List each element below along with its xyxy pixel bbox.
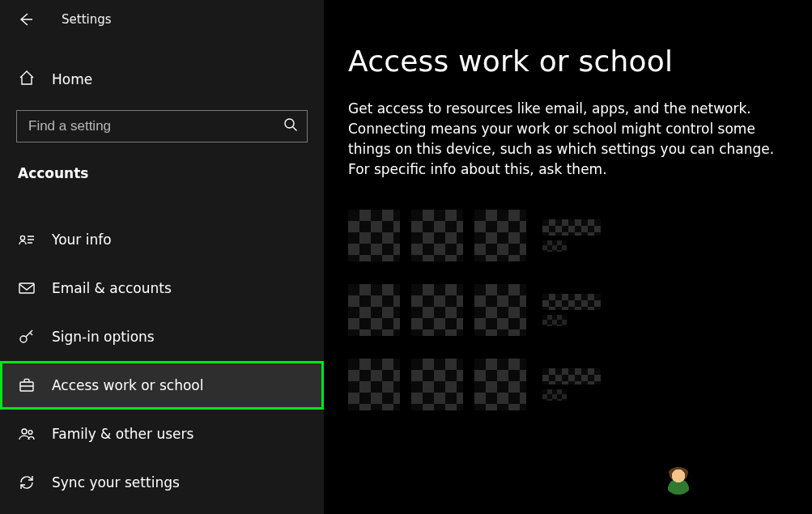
briefcase-icon: [18, 376, 36, 394]
redacted-text: [542, 294, 601, 310]
nav-home-label: Home: [52, 71, 92, 87]
nav-item-label: Email & accounts: [52, 280, 172, 296]
nav-item-label: Family & other users: [52, 426, 193, 442]
mail-icon: [18, 279, 36, 297]
header-row: Settings: [0, 0, 324, 39]
svg-point-5: [22, 429, 27, 434]
redacted-icon: [411, 210, 463, 261]
nav-item-sign-in-options[interactable]: Sign-in options: [0, 312, 324, 361]
key-icon: [18, 328, 36, 346]
nav-list: Your info Email & accounts Sign-in optio…: [0, 215, 324, 507]
settings-sidebar: Settings Home Accounts Your info Email &…: [0, 0, 324, 514]
redacted-icon: [474, 359, 526, 410]
svg-rect-2: [19, 283, 34, 293]
account-entry[interactable]: [348, 284, 788, 336]
sync-icon: [18, 474, 36, 491]
svg-point-0: [285, 119, 294, 128]
redacted-icon: [474, 284, 526, 336]
redacted-text: [542, 240, 567, 252]
search-input[interactable]: [16, 110, 308, 142]
person-card-icon: [18, 231, 36, 249]
redacted-icon: [348, 284, 400, 336]
nav-item-label: Sign-in options: [52, 329, 155, 345]
nav-item-sync-settings[interactable]: Sync your settings: [0, 458, 324, 507]
svg-point-3: [20, 336, 27, 342]
avatar: [665, 467, 692, 495]
main-pane: Access work or school Get access to reso…: [324, 0, 812, 514]
redacted-icon: [411, 284, 463, 336]
home-icon: [18, 69, 36, 90]
redacted-text: [542, 219, 601, 236]
page-title: Access work or school: [348, 45, 788, 78]
nav-item-email-accounts[interactable]: Email & accounts: [0, 264, 324, 312]
nav-item-your-info[interactable]: Your info: [0, 215, 324, 264]
redacted-text: [542, 368, 601, 384]
nav-item-label: Sync your settings: [52, 474, 180, 491]
window-title: Settings: [62, 12, 112, 27]
redacted-icon: [348, 359, 400, 410]
account-entry[interactable]: [348, 210, 788, 261]
svg-point-6: [28, 431, 32, 435]
page-description: Get access to resources like email, apps…: [348, 99, 788, 181]
redacted-icon: [348, 210, 400, 261]
redacted-icon: [411, 359, 463, 410]
nav-item-family-users[interactable]: Family & other users: [0, 410, 324, 458]
arrow-left-icon: [18, 11, 34, 28]
back-button[interactable]: [18, 11, 34, 28]
nav-item-label: Your info: [52, 232, 112, 248]
account-entry[interactable]: [348, 359, 788, 410]
nav-item-access-work-school[interactable]: Access work or school: [0, 361, 324, 410]
redacted-icon: [474, 210, 526, 261]
redacted-text: [542, 315, 567, 326]
search-wrap: [16, 110, 308, 142]
search-icon[interactable]: [283, 117, 298, 135]
svg-point-1: [20, 236, 24, 240]
nav-item-label: Access work or school: [52, 377, 203, 393]
nav-home[interactable]: Home: [0, 63, 324, 96]
section-heading: Accounts: [0, 165, 324, 181]
account-list: [348, 210, 788, 410]
people-icon: [18, 425, 36, 443]
redacted-text: [542, 389, 567, 401]
